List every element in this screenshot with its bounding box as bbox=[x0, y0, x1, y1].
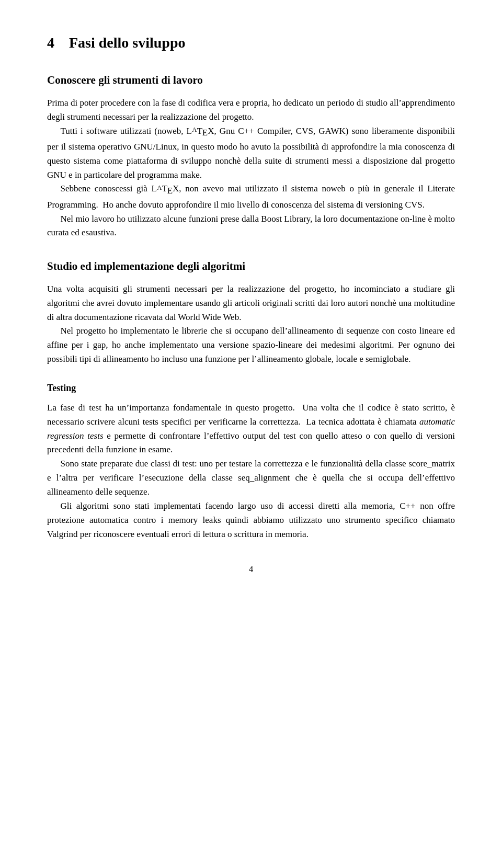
page-number: 4 bbox=[47, 563, 455, 576]
chapter-heading: 4 Fasi dello sviluppo bbox=[47, 31, 455, 54]
section3-para1: La fase di test ha un’importanza fondame… bbox=[47, 401, 455, 457]
section1-para3: Sebbene conoscessi già LATEX, non avevo … bbox=[47, 182, 455, 212]
section2-para2: Nel progetto ho implementato le librerie… bbox=[47, 324, 455, 367]
chapter-number: 4 bbox=[47, 35, 54, 51]
section-testing: Testing La fase di test ha un’importanza… bbox=[47, 381, 455, 541]
section1-para4: Nel mio lavoro ho utilizzato alcune funz… bbox=[47, 212, 455, 241]
section2-para1: Una volta acquisiti gli strumenti necess… bbox=[47, 282, 455, 325]
section-algoritmi-title: Studio ed implementazione degli algoritm… bbox=[47, 258, 455, 275]
section-strumenti-title: Conoscere gli strumenti di lavoro bbox=[47, 72, 455, 89]
section1-para2: Tutti i software utilizzati (noweb, LATE… bbox=[47, 124, 455, 182]
section3-para2: Sono state preparate due classi di test:… bbox=[47, 457, 455, 499]
section3-para3: Gli algoritmi sono stati implementati fa… bbox=[47, 499, 455, 542]
section-testing-title: Testing bbox=[47, 381, 455, 396]
section-algoritmi: Studio ed implementazione degli algoritm… bbox=[47, 258, 455, 367]
section-strumenti: Conoscere gli strumenti di lavoro Prima … bbox=[47, 72, 455, 240]
chapter-title-text: Fasi dello sviluppo bbox=[69, 35, 186, 51]
section1-para1: Prima di poter procedere con la fase di … bbox=[47, 96, 455, 124]
page: 4 Fasi dello sviluppo Conoscere gli stru… bbox=[0, 0, 502, 868]
